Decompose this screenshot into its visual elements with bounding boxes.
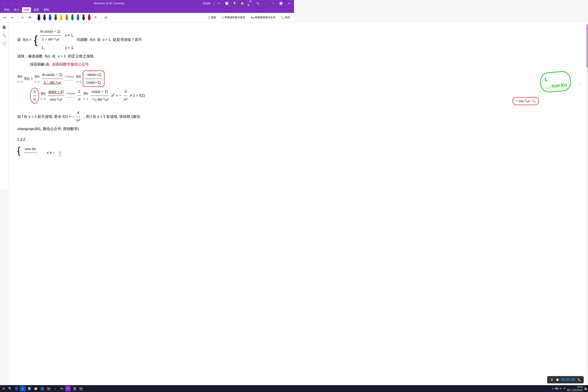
- conclusion-2: zhangzujin361, 微信公众号: 跟锦数学).: [17, 126, 294, 132]
- fraction-1: ln cos(x − 1) 1 − sin π/2x: [40, 28, 61, 42]
- cont-text: 连续，修改函数 f(x) 在 x = 1 的定义使之连续.: [17, 54, 94, 58]
- lim-sub-5: x→1: [84, 97, 88, 101]
- menu-help[interactable]: 帮助: [42, 7, 51, 12]
- fraction-cos-pi: cos πx: [24, 146, 36, 160]
- math-area: 设 f(x) = { ln cos(x − 1) 1 − sin π/2x x …: [8, 22, 294, 166]
- share-button[interactable]: ↑ 共享: [247, 1, 253, 6]
- fraction-conclusion: 4 π²: [76, 110, 81, 124]
- convert-ink-button[interactable]: ⬡ 将墨迹转换为形状: [220, 15, 247, 20]
- pen-teal[interactable]: [70, 14, 75, 22]
- window-controls-left: ← →: [2, 1, 16, 6]
- shapes-button[interactable]: ⬡ 形状: [206, 15, 218, 20]
- frac-cs-denom: −π/2 sin π/2x: [90, 96, 109, 103]
- pages-icon[interactable]: ⬜: [224, 1, 230, 6]
- frac-conc-numer: 4: [77, 110, 80, 117]
- lhospital-label-2: L'Hospital─────→: [66, 92, 76, 100]
- pen-green-dark[interactable]: [53, 14, 58, 22]
- back-button[interactable]: ←: [2, 1, 8, 6]
- toolbar: ↩ ↪ ⊹ ✛ + ↺ ⬡ 形状 ⬡ 将墨迹转: [0, 13, 294, 22]
- fraction-cos-sin: cos(x − 1) −π/2 sin π/2x: [90, 88, 109, 103]
- negative-sign: −: [119, 92, 122, 99]
- fraction-lhospital-1: −sin(x−1) cos(x−1): [85, 72, 102, 86]
- lim-symbol-4: lim: [41, 90, 46, 97]
- pen-black[interactable]: [36, 14, 41, 22]
- sidebar: 📓 🔍 🕐: [0, 22, 8, 189]
- menu-start[interactable]: 开始: [2, 7, 11, 12]
- frac-2pi-numer: 2: [33, 88, 36, 96]
- sidebar-notebook-icon[interactable]: 📓: [1, 24, 8, 30]
- frac-lh1-denom: cos(x−1): [86, 79, 102, 86]
- lightbulb-icon[interactable]: 💡: [232, 1, 238, 6]
- problem-intro: 设 f(x) =: [17, 36, 32, 43]
- conclusion-wechat: zhangzujin361, 微信公众号: 跟锦数学).: [17, 127, 80, 131]
- author-text: 张祖锦解.由: [30, 62, 50, 66]
- case2-expr: 1,: [39, 45, 44, 51]
- pen-red[interactable]: [87, 14, 92, 22]
- minimize-button[interactable]: —: [270, 1, 276, 6]
- add-pen-button[interactable]: +: [92, 14, 99, 21]
- select-tool[interactable]: ⊹: [19, 14, 26, 21]
- pen-dark-blue[interactable]: [42, 14, 47, 22]
- menu-draw[interactable]: 绘图: [22, 7, 31, 12]
- pen-blue[interactable]: [48, 14, 52, 22]
- convert-text-button[interactable]: Aa 将墨迹转换为文本: [249, 15, 278, 20]
- red-checkmark: ✓: [111, 91, 114, 100]
- lim-sub-2: x→1: [34, 80, 40, 84]
- question-content: 问函数 f(x) 在 x = 1 处是否连续？若不: [77, 38, 142, 42]
- equals-2: =: [116, 92, 118, 99]
- erase-button[interactable]: ↺: [102, 14, 109, 21]
- shapes-icon: ⬡: [208, 16, 210, 19]
- lim-sub-3: x→1: [76, 80, 81, 84]
- pen-orange[interactable]: [64, 14, 69, 22]
- ruler-button[interactable]: 📐 标尺: [279, 15, 292, 20]
- bell-icon[interactable]: 🔔: [240, 1, 246, 6]
- lim-fx: lim x→1: [18, 73, 22, 84]
- separator-1: [17, 15, 18, 20]
- case1-expr: ln cos(x − 1) 1 − sin π/2x: [39, 28, 62, 42]
- red-oval-numerator: −sin(x−1) cos(x−1): [83, 70, 104, 87]
- frac-cospi-denom: [26, 153, 34, 160]
- shapes-label: 形状: [211, 16, 216, 19]
- toolbar-right: ⬡ 形状 ⬡ 将墨迹转换为形状 Aa 将墨迹转换为文本 📐 标尺: [206, 15, 292, 20]
- section-label: 1.3.2: [17, 138, 25, 142]
- sidebar-search-icon[interactable]: 🔍: [1, 32, 8, 39]
- frac-4pi2-numer: 4: [124, 88, 127, 96]
- lim-symbol-2: lim: [35, 73, 40, 80]
- ruler-label: 标尺: [285, 16, 290, 19]
- pen-dark-gray[interactable]: [81, 14, 86, 22]
- more-icon[interactable]: ···: [262, 1, 269, 6]
- fraction-2-pi-b: 2 π: [77, 88, 81, 103]
- frac-1-inline: 1: [59, 150, 61, 156]
- title-bar: ← → Windows 10 的 OneNote 张祖锦 | ↻ ⬜ 💡 🔔 ↑…: [0, 0, 294, 7]
- lim-sub-1: x→1: [18, 80, 22, 84]
- lim-symbol-3: lim: [76, 73, 81, 80]
- move-tool[interactable]: ✛: [26, 14, 33, 21]
- lhospital-label-1: L'Hospital─────→: [65, 75, 74, 82]
- author-line: 张祖锦解.由 @跟锦数学微信公众号: [30, 61, 294, 68]
- undo-button[interactable]: ↩: [2, 14, 8, 21]
- separator-3: [100, 15, 101, 20]
- redo-button[interactable]: ↪: [9, 14, 16, 21]
- case-1: ln cos(x − 1) 1 − sin π/2x x ≠ 1,: [39, 28, 74, 42]
- separator-2: [34, 15, 35, 20]
- convert-ink-label: 将墨迹转换为形状: [224, 16, 245, 19]
- frac-2pib-numer: 2: [78, 88, 81, 96]
- sidebar-history-icon[interactable]: 🕐: [1, 40, 8, 47]
- forward-button[interactable]: →: [10, 1, 16, 6]
- frac-2pib-denom: π: [77, 96, 81, 103]
- continuation-text: 连续，修改函数 f(x) 在 x = 1 的定义使之连续.: [17, 53, 294, 60]
- case2-cond: x = 1.: [65, 45, 74, 51]
- close-button[interactable]: ✕: [286, 1, 292, 6]
- conclusion-text-1: 知 f 在 x = 1 处不连续. 若令 f(1) = −: [17, 114, 74, 119]
- problem-statement: 设 f(x) = { ln cos(x − 1) 1 − sin π/2x x …: [17, 28, 294, 51]
- menu-bar: 开始 插入 绘图 视图 帮助: [0, 7, 294, 13]
- pen-gray-blue[interactable]: [76, 14, 80, 22]
- piecewise-function: { ln cos(x − 1) 1 − sin π/2x x ≠ 1, 1,: [34, 28, 74, 51]
- frac-2pi-denom: π: [33, 96, 36, 103]
- menu-view[interactable]: 视图: [32, 7, 41, 12]
- pen-icon[interactable]: ✏️: [255, 1, 261, 6]
- refresh-icon[interactable]: ↻: [216, 1, 222, 6]
- restore-button[interactable]: ⬜: [278, 1, 284, 6]
- pen-yellow[interactable]: [59, 14, 64, 22]
- menu-insert[interactable]: 插入: [12, 7, 21, 12]
